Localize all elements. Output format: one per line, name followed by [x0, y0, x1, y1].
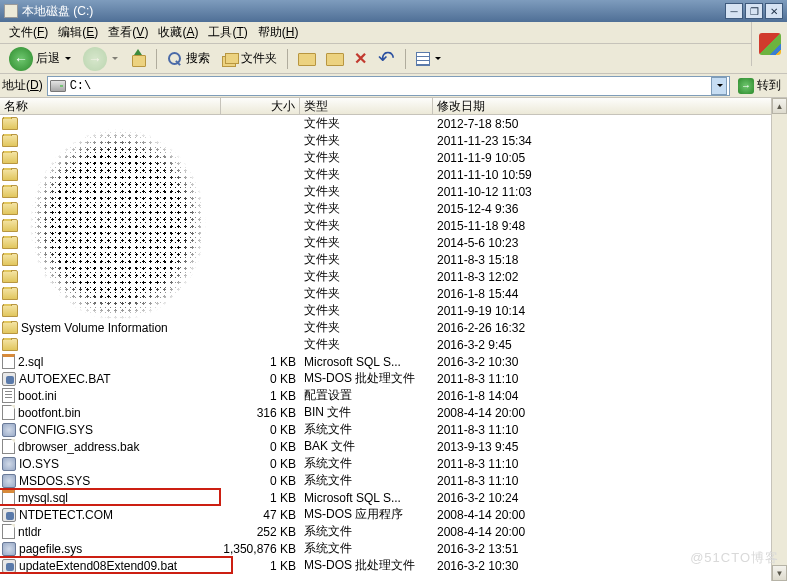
list-item[interactable]: 文件夹2015-12-4 9:36 [0, 200, 787, 217]
list-item[interactable]: CONFIG.SYS0 KB系统文件2011-8-3 11:10 [0, 421, 787, 438]
forward-icon: → [83, 47, 107, 71]
file-date: 2016-3-2 10:30 [433, 559, 787, 573]
copy-to-button[interactable] [321, 48, 347, 70]
header-type[interactable]: 类型 [300, 98, 433, 114]
file-name: ntldr [18, 525, 41, 539]
folder-icon [2, 117, 18, 130]
vertical-scrollbar[interactable]: ▲ ▼ [771, 98, 787, 581]
file-type: 系统文件 [300, 455, 433, 472]
menu-edit[interactable]: 编辑(E) [53, 22, 103, 43]
address-input[interactable]: C:\ [47, 76, 730, 96]
dropdown-icon [435, 57, 441, 60]
go-button[interactable]: → 转到 [734, 76, 785, 96]
menu-tools[interactable]: 工具(T) [203, 22, 252, 43]
address-bar: 地址(D) C:\ → 转到 [0, 74, 787, 98]
list-item[interactable]: 文件夹2011-8-3 12:02 [0, 268, 787, 285]
list-item[interactable]: 文件夹2016-1-8 15:44 [0, 285, 787, 302]
file-list[interactable]: 文件夹2012-7-18 8:50文件夹2011-11-23 15:34文件夹2… [0, 115, 787, 574]
list-item[interactable]: ntldr252 KB系统文件2008-4-14 20:00 [0, 523, 787, 540]
list-item[interactable]: mysql.sql1 KBMicrosoft SQL S...2016-3-2 … [0, 489, 787, 506]
folder-icon [2, 168, 18, 181]
file-date: 2011-11-10 10:59 [433, 168, 787, 182]
header-name[interactable]: 名称 [0, 98, 221, 114]
minimize-button[interactable]: ─ [725, 3, 743, 19]
file-type: 系统文件 [300, 472, 433, 489]
file-type: 文件夹 [300, 166, 433, 183]
file-size: 252 KB [221, 525, 300, 539]
address-dropdown[interactable] [711, 77, 727, 95]
header-date[interactable]: 修改日期 [433, 98, 787, 114]
title-bar: 本地磁盘 (C:) ─ ❐ ✕ [0, 0, 787, 22]
file-date: 2011-8-3 15:18 [433, 253, 787, 267]
list-item[interactable]: AUTOEXEC.BAT0 KBMS-DOS 批处理文件2011-8-3 11:… [0, 370, 787, 387]
scroll-down-button[interactable]: ▼ [772, 565, 787, 581]
file-date: 2013-9-13 9:45 [433, 440, 787, 454]
file-type: 文件夹 [300, 132, 433, 149]
menu-file[interactable]: 文件(F) [4, 22, 53, 43]
folder-icon [2, 338, 18, 351]
maximize-button[interactable]: ❐ [745, 3, 763, 19]
file-name: 2.sql [18, 355, 43, 369]
delete-icon: ✕ [354, 49, 367, 68]
views-button[interactable] [411, 48, 446, 70]
folders-button[interactable]: 文件夹 [217, 48, 282, 70]
file-date: 2016-2-26 16:32 [433, 321, 787, 335]
sql-icon [2, 490, 15, 505]
file-size: 0 KB [221, 423, 300, 437]
file-date: 2016-3-2 13:51 [433, 542, 787, 556]
file-size: 1,350,876 KB [221, 542, 300, 556]
list-item[interactable]: MSDOS.SYS0 KB系统文件2011-8-3 11:10 [0, 472, 787, 489]
file-name: boot.ini [18, 389, 57, 403]
folders-label: 文件夹 [241, 50, 277, 67]
up-icon [130, 51, 146, 67]
list-item[interactable]: 文件夹2014-5-6 10:23 [0, 234, 787, 251]
list-item[interactable]: IO.SYS0 KB系统文件2011-8-3 11:10 [0, 455, 787, 472]
list-item[interactable]: 文件夹2011-11-9 10:05 [0, 149, 787, 166]
list-item[interactable]: 文件夹2012-7-18 8:50 [0, 115, 787, 132]
go-icon: → [738, 78, 754, 94]
list-item[interactable]: 文件夹2015-11-18 9:48 [0, 217, 787, 234]
file-name: CONFIG.SYS [19, 423, 93, 437]
forward-button[interactable]: → [78, 48, 123, 70]
file-size: 316 KB [221, 406, 300, 420]
menu-help[interactable]: 帮助(H) [253, 22, 304, 43]
move-to-button[interactable] [293, 48, 319, 70]
file-icon [2, 439, 15, 454]
list-item[interactable]: 文件夹2011-11-23 15:34 [0, 132, 787, 149]
undo-button[interactable] [374, 48, 400, 70]
delete-button[interactable]: ✕ [349, 48, 372, 70]
dropdown-icon [65, 57, 71, 60]
search-button[interactable]: 搜索 [162, 48, 215, 70]
file-name: System Volume Information [21, 321, 168, 335]
file-date: 2011-11-9 10:05 [433, 151, 787, 165]
up-button[interactable] [125, 48, 151, 70]
list-item[interactable]: 文件夹2011-10-12 11:03 [0, 183, 787, 200]
back-button[interactable]: ← 后退 [4, 48, 76, 70]
file-type: 文件夹 [300, 319, 433, 336]
menu-favorites[interactable]: 收藏(A) [153, 22, 203, 43]
list-item[interactable]: dbrowser_address.bak0 KBBAK 文件2013-9-13 … [0, 438, 787, 455]
file-date: 2015-11-18 9:48 [433, 219, 787, 233]
list-item[interactable]: boot.ini1 KB配置设置2016-1-8 14:04 [0, 387, 787, 404]
header-size[interactable]: 大小 [221, 98, 300, 114]
bat-icon [2, 508, 16, 522]
separator [405, 49, 406, 69]
list-item[interactable]: updateExtend08Extend09.bat1 KBMS-DOS 批处理… [0, 557, 787, 574]
list-item[interactable]: 文件夹2011-8-3 15:18 [0, 251, 787, 268]
list-item[interactable]: pagefile.sys1,350,876 KB系统文件2016-3-2 13:… [0, 540, 787, 557]
close-button[interactable]: ✕ [765, 3, 783, 19]
list-item[interactable]: 文件夹2011-9-19 10:14 [0, 302, 787, 319]
list-item[interactable]: bootfont.bin316 KBBIN 文件2008-4-14 20:00 [0, 404, 787, 421]
list-item[interactable]: 2.sql1 KBMicrosoft SQL S...2016-3-2 10:3… [0, 353, 787, 370]
list-item[interactable]: 文件夹2011-11-10 10:59 [0, 166, 787, 183]
list-item[interactable]: 文件夹2016-3-2 9:45 [0, 336, 787, 353]
file-type: 文件夹 [300, 234, 433, 251]
file-date: 2011-8-3 11:10 [433, 474, 787, 488]
file-date: 2016-1-8 14:04 [433, 389, 787, 403]
menu-view[interactable]: 查看(V) [103, 22, 153, 43]
list-item[interactable]: NTDETECT.COM47 KBMS-DOS 应用程序2008-4-14 20… [0, 506, 787, 523]
search-label: 搜索 [186, 50, 210, 67]
list-item[interactable]: System Volume Information文件夹2016-2-26 16… [0, 319, 787, 336]
folder-icon [2, 151, 18, 164]
scroll-up-button[interactable]: ▲ [772, 98, 787, 114]
